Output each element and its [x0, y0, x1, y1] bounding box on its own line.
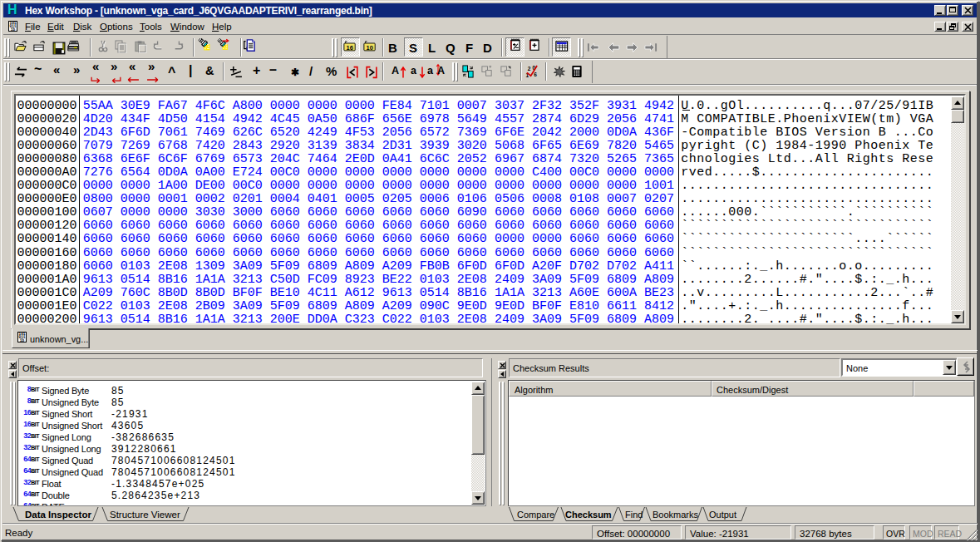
svg-text:Find: Find: [625, 510, 643, 520]
svg-text:6: 6: [534, 71, 537, 77]
svg-text:Bookmarks: Bookmarks: [653, 510, 699, 520]
svg-text:Data Inspector: Data Inspector: [25, 510, 91, 520]
svg-text:2: 2: [528, 66, 531, 71]
svg-text:Checksum: Checksum: [565, 510, 612, 520]
svg-text:Compare: Compare: [517, 510, 554, 520]
svg-text:Structure Viewer: Structure Viewer: [110, 510, 180, 520]
svg-text:Output: Output: [709, 510, 736, 520]
svg-text:10: 10: [367, 44, 373, 52]
svg-text:16: 16: [347, 44, 353, 52]
